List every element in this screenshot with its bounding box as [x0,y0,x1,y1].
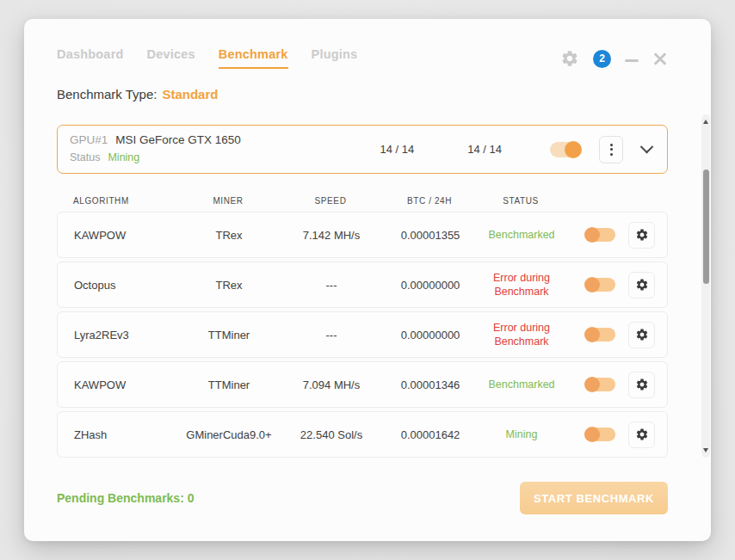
table-row: KAWPOW TRex 7.142 MH/s 0.00001355 Benchm… [57,212,668,258]
header-speed: SPEED [271,196,390,206]
gpu-count-left: 14 / 14 [380,143,414,156]
cell-speed: --- [272,329,391,342]
scroll-down-arrow-icon[interactable] [703,448,708,452]
toggle-knob [584,427,600,442]
algorithm-toggle[interactable] [585,328,615,342]
cell-miner: TRex [186,279,272,292]
benchmark-type-line: Benchmark Type:Standard [57,87,668,102]
table-row: ZHash GMinerCuda9.0+ 22.540 Sol/s 0.0000… [57,411,668,458]
gpu-card: GPU#1MSI GeForce GTX 1650 StatusMining 1… [57,125,668,174]
cell-speed: 22.540 Sol/s [272,428,391,441]
nav-tabs: Dashboard Devices Benchmark Plugins [57,47,357,69]
pending-benchmarks: Pending Benchmarks: 0 [57,491,195,505]
toggle-knob [584,327,600,342]
table-header: ALGORITHM MINER SPEED BTC / 24H STATUS [57,191,668,210]
top-bar: Dashboard Devices Benchmark Plugins 2 [57,47,668,69]
cell-miner: GMinerCuda9.0+ [186,428,272,441]
window-controls: 2 [560,49,668,68]
toggle-knob [584,227,600,243]
table-row: Lyra2REv3 TTMiner --- 0.00000000 Error d… [57,311,668,358]
cell-speed: 7.142 MH/s [272,229,391,242]
tab-dashboard[interactable]: Dashboard [57,47,124,69]
gpu-status-value: Mining [108,151,139,163]
table-row: Octopus TRex --- 0.00000000 Error during… [57,262,668,308]
cell-algorithm: ZHash [74,428,186,441]
cell-algorithm: Lyra2REv3 [74,329,186,342]
app-window: Dashboard Devices Benchmark Plugins 2 Be… [24,19,711,541]
tab-plugins[interactable]: Plugins [312,47,358,69]
notification-badge[interactable]: 2 [593,50,611,68]
cell-algorithm: Octopus [74,279,186,292]
cell-btc: 0.00000000 [391,279,470,292]
header-btc: BTC / 24H [390,196,469,206]
header-miner: MINER [185,196,271,206]
cell-algorithm: KAWPOW [74,229,186,242]
cell-btc: 0.00001355 [391,229,470,242]
gear-icon [635,428,649,441]
algorithm-toggle[interactable] [585,228,615,242]
scrollbar-track[interactable] [701,114,710,458]
pending-count: 0 [188,491,195,505]
algorithm-settings-button[interactable] [628,422,655,448]
gear-icon [635,328,649,342]
toggle-knob [584,377,600,392]
gpu-count-right: 14 / 14 [467,143,502,156]
cell-speed: 7.094 MH/s [272,378,391,391]
algorithm-rows: KAWPOW TRex 7.142 MH/s 0.00001355 Benchm… [57,212,668,458]
toggle-knob [584,277,600,292]
gear-icon [635,278,649,292]
gpu-menu-button[interactable] [599,136,623,163]
algorithm-settings-button[interactable] [628,272,655,298]
cell-status: Mining [470,428,573,441]
cell-btc: 0.00000000 [391,329,470,342]
benchmark-type-value[interactable]: Standard [162,87,218,102]
toggle-knob [565,141,582,158]
cell-status: Error during Benchmark [470,321,573,349]
minimize-button[interactable] [625,59,639,62]
gpu-info: GPU#1MSI GeForce GTX 1650 StatusMining [70,132,241,166]
gear-icon [635,378,649,391]
gear-icon [635,228,649,242]
settings-gear-icon[interactable] [560,49,579,68]
header-status: STATUS [469,196,572,206]
algorithm-settings-button[interactable] [628,372,655,398]
cell-miner: TTMiner [186,329,272,342]
tab-benchmark[interactable]: Benchmark [219,47,288,69]
cell-btc: 0.00001346 [391,378,470,391]
gpu-name: MSI GeForce GTX 1650 [115,133,241,146]
gpu-card-right: 14 / 14 14 / 14 [380,136,652,163]
gpu-id-label: GPU#1 [70,133,108,146]
scroll-up-arrow-icon[interactable] [703,120,708,124]
tab-devices[interactable]: Devices [147,47,195,69]
cell-speed: --- [272,279,391,292]
benchmark-type-label: Benchmark Type: [57,87,157,102]
cell-status: Benchmarked [470,378,573,391]
algorithm-toggle[interactable] [585,428,615,441]
cell-miner: TTMiner [186,378,272,391]
cell-status: Benchmarked [470,228,573,242]
close-button[interactable] [652,51,668,66]
start-benchmark-button[interactable]: START BENCHMARK [520,482,668,514]
cell-btc: 0.00001642 [391,428,470,441]
algorithm-settings-button[interactable] [628,322,655,348]
algorithm-settings-button[interactable] [628,222,655,249]
algorithm-toggle[interactable] [585,278,615,292]
cell-status: Error during Benchmark [470,271,573,299]
scrollbar-thumb[interactable] [703,169,709,284]
cell-miner: TRex [186,229,272,242]
cell-algorithm: KAWPOW [74,378,186,391]
header-algorithm: ALGORITHM [73,196,185,206]
gpu-enable-toggle[interactable] [550,142,581,157]
algorithm-toggle[interactable] [585,378,615,391]
gpu-status-label: Status [70,151,100,163]
footer: Pending Benchmarks: 0 START BENCHMARK [57,482,668,514]
table-row: KAWPOW TTMiner 7.094 MH/s 0.00001346 Ben… [57,361,668,408]
chevron-down-icon[interactable] [640,140,654,154]
